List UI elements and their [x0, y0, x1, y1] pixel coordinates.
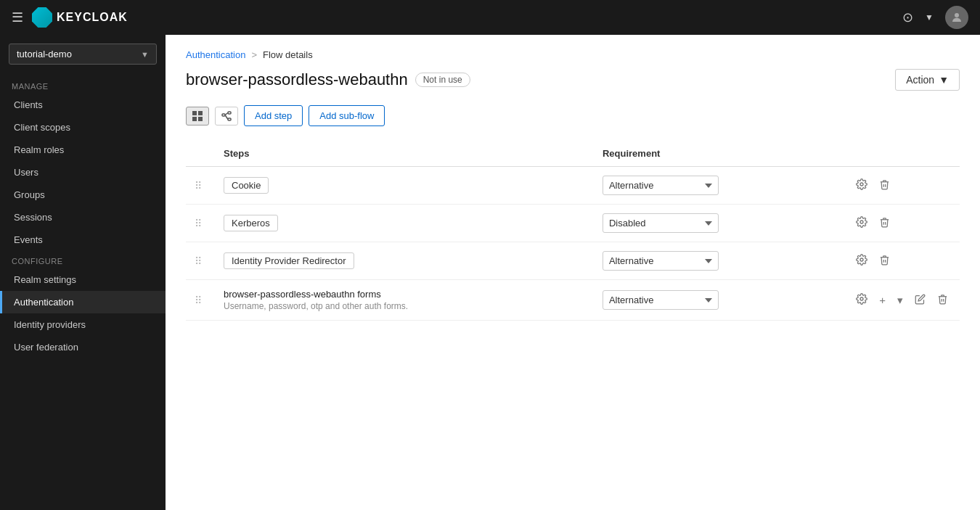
step-desc: Username, password, otp and other auth f… — [224, 301, 585, 311]
table-row: ⠿CookieAlternativeDisabledRequiredCondit… — [186, 167, 960, 205]
sidebar-item-realm-settings[interactable]: Realm settings — [0, 268, 166, 291]
step-name: browser-passordless-webauthn forms — [224, 289, 585, 300]
realm-selector[interactable]: tutorial-demo ▼ — [9, 44, 157, 65]
expand-dropdown-button[interactable]: ▾ — [894, 292, 906, 308]
step-cell: browser-passordless-webauthn formsUserna… — [215, 280, 594, 321]
diagram-view-icon — [221, 111, 232, 121]
main-content: Authentication > Flow details browser-pa… — [166, 35, 980, 510]
content-body: Authentication > Flow details browser-pa… — [166, 35, 980, 335]
action-button-arrow: ▼ — [939, 74, 949, 86]
requirement-select[interactable]: AlternativeDisabledRequiredConditional — [603, 176, 719, 195]
row-actions — [853, 177, 951, 194]
sidebar-item-events[interactable]: Events — [0, 229, 166, 251]
step-badge: Kerberos — [224, 215, 278, 231]
edit-icon-button[interactable] — [912, 292, 928, 308]
trash-icon — [937, 294, 948, 305]
drag-handle-cell: ⠿ — [186, 205, 215, 242]
sidebar-item-identity-providers-label: Identity providers — [14, 319, 86, 330]
sidebar-item-realm-settings-label: Realm settings — [14, 274, 76, 285]
sidebar-item-realm-roles[interactable]: Realm roles — [0, 139, 166, 161]
realm-selector-arrow: ▼ — [141, 50, 149, 59]
requirement-cell: AlternativeDisabledRequiredConditional — [594, 242, 844, 280]
sidebar-item-events-label: Events — [14, 234, 43, 245]
step-badge: Cookie — [224, 177, 269, 194]
sidebar-item-users[interactable]: Users — [0, 161, 166, 184]
realm-selector-value: tutorial-demo — [17, 49, 72, 59]
step-badge: Identity Provider Redirector — [224, 252, 354, 269]
delete-icon-button[interactable] — [876, 253, 893, 269]
drag-handle[interactable]: ⠿ — [195, 180, 200, 192]
svg-rect-4 — [198, 117, 203, 121]
sidebar-item-sessions-label: Sessions — [14, 212, 52, 223]
sidebar-item-realm-roles-label: Realm roles — [14, 144, 64, 155]
gear-icon — [856, 254, 867, 266]
row-actions — [853, 252, 951, 269]
breadcrumb-parent[interactable]: Authentication — [186, 49, 245, 60]
settings-icon-button[interactable] — [853, 215, 870, 231]
trash-icon — [879, 179, 890, 190]
breadcrumb-separator: > — [251, 49, 257, 60]
topnav-right: ⊙ ▼ — [902, 6, 968, 29]
flow-table-header: Steps Requirement — [186, 141, 960, 167]
sidebar: tutorial-demo ▼ Manage Clients Client sc… — [0, 35, 166, 510]
svg-point-12 — [860, 258, 863, 261]
trash-icon — [879, 217, 890, 228]
sidebar-item-client-scopes[interactable]: Client scopes — [0, 116, 166, 139]
breadcrumb: Authentication > Flow details — [186, 49, 960, 60]
action-button[interactable]: Action ▼ — [895, 69, 960, 91]
hamburger-menu[interactable]: ☰ — [12, 9, 23, 25]
page-title: browser-passordless-webauthn — [186, 70, 408, 89]
settings-icon-button[interactable] — [853, 292, 870, 308]
requirement-select[interactable]: AlternativeDisabledRequiredConditional — [603, 290, 719, 310]
add-icon-button[interactable]: + — [876, 292, 889, 308]
svg-rect-1 — [192, 111, 197, 115]
sidebar-item-identity-providers[interactable]: Identity providers — [0, 313, 166, 336]
sidebar-item-authentication-label: Authentication — [14, 297, 73, 308]
drag-handle-cell: ⠿ — [186, 280, 215, 321]
topnav: ☰ KEYCLOAK ⊙ ▼ — [0, 0, 980, 35]
requirement-select[interactable]: AlternativeDisabledRequiredConditional — [603, 213, 719, 233]
sidebar-item-sessions[interactable]: Sessions — [0, 206, 166, 229]
manage-section-label: Manage — [0, 76, 166, 94]
delete-icon-button[interactable] — [876, 215, 893, 231]
drag-handle[interactable]: ⠿ — [195, 218, 200, 229]
page-title-area: browser-passordless-webauthn Not in use — [186, 70, 470, 89]
col-requirement: Requirement — [594, 141, 844, 167]
layout: tutorial-demo ▼ Manage Clients Client sc… — [0, 35, 980, 510]
not-in-use-badge: Not in use — [415, 73, 470, 87]
requirement-select[interactable]: AlternativeDisabledRequiredConditional — [603, 251, 719, 271]
edit-icon — [915, 294, 926, 305]
realm-dropdown-arrow[interactable]: ▼ — [925, 12, 934, 22]
settings-icon-button[interactable] — [853, 177, 870, 194]
delete-icon-button[interactable] — [934, 292, 951, 308]
user-avatar[interactable] — [945, 6, 968, 29]
sidebar-item-user-federation[interactable]: User federation — [0, 336, 166, 358]
svg-line-9 — [225, 115, 228, 119]
diagram-view-button[interactable] — [215, 107, 238, 126]
sidebar-item-groups[interactable]: Groups — [0, 184, 166, 206]
add-step-button[interactable]: Add step — [244, 105, 303, 126]
gear-icon — [856, 178, 867, 190]
flow-table: Steps Requirement ⠿CookieAlternativeDisa… — [186, 141, 960, 321]
svg-line-8 — [225, 112, 228, 115]
svg-point-10 — [860, 183, 863, 186]
page-header: browser-passordless-webauthn Not in use … — [186, 69, 960, 91]
sidebar-item-authentication[interactable]: Authentication — [0, 291, 166, 313]
gear-icon — [856, 216, 867, 228]
col-actions — [844, 141, 960, 167]
table-row: ⠿Identity Provider RedirectorAlternative… — [186, 242, 960, 280]
settings-icon-button[interactable] — [853, 252, 870, 269]
actions-cell — [844, 205, 960, 242]
drag-handle-cell: ⠿ — [186, 167, 215, 205]
drag-handle[interactable]: ⠿ — [195, 255, 200, 267]
keycloak-logo-icon — [32, 7, 52, 28]
sidebar-item-clients[interactable]: Clients — [0, 94, 166, 116]
table-view-button[interactable] — [186, 107, 209, 126]
delete-icon-button[interactable] — [876, 178, 893, 194]
table-view-icon — [192, 111, 203, 121]
actions-cell: +▾ — [844, 280, 960, 321]
gear-icon — [856, 293, 867, 305]
add-subflow-button[interactable]: Add sub-flow — [309, 105, 385, 126]
drag-handle[interactable]: ⠿ — [195, 295, 200, 306]
help-icon[interactable]: ⊙ — [902, 9, 913, 25]
